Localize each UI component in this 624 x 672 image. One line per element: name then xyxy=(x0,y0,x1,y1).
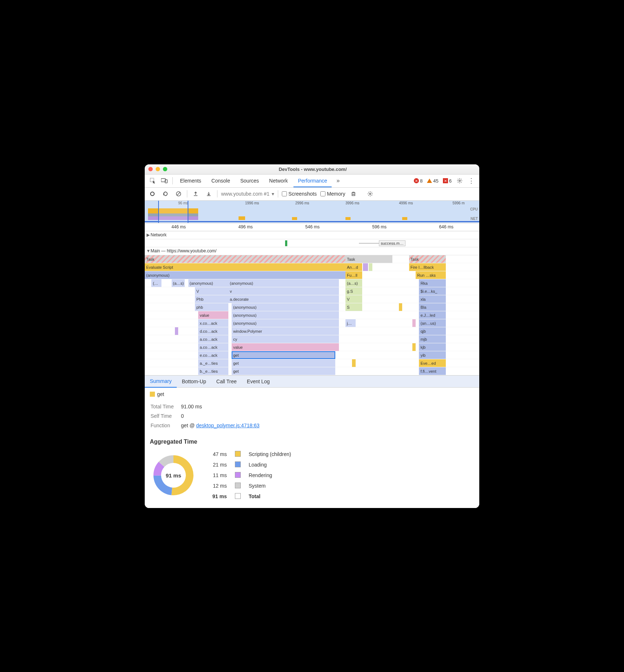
clear-button[interactable] xyxy=(174,189,183,199)
memory-checkbox[interactable]: Memory xyxy=(320,191,345,197)
flame-entry[interactable] xyxy=(352,359,355,367)
device-toggle-icon[interactable] xyxy=(159,176,169,186)
flame-entry[interactable]: Task xyxy=(409,255,446,263)
flame-entry[interactable]: get xyxy=(232,359,335,367)
flame-entry[interactable]: a.co…ack xyxy=(198,335,228,343)
overview-selection[interactable] xyxy=(158,201,188,223)
flame-entry[interactable]: Task xyxy=(345,255,392,263)
flame-entry[interactable]: $i.e…ks_ xyxy=(419,287,446,295)
flame-entry[interactable]: Fire I…llback xyxy=(409,263,446,271)
inspect-icon[interactable] xyxy=(148,176,158,186)
flame-entry[interactable]: xla xyxy=(419,295,446,303)
collapse-arrow-icon[interactable]: ▼ xyxy=(146,248,150,253)
kebab-menu-icon[interactable]: ⋮ xyxy=(466,176,476,186)
tab-network[interactable]: Network xyxy=(265,175,292,187)
flame-entry[interactable]: (anonymous) xyxy=(228,279,339,287)
flame-entry[interactable]: Evaluate Script xyxy=(145,263,345,271)
flame-entry[interactable]: Task xyxy=(145,255,345,263)
flame-chart[interactable]: TaskTaskTaskEvaluate ScriptAn…dFire I…ll… xyxy=(145,255,479,375)
more-tabs-icon[interactable]: » xyxy=(333,176,343,186)
timeline-overview[interactable]: 96 ms1996 ms2996 ms3996 ms4996 ms5996 m … xyxy=(145,201,479,223)
flame-entry[interactable]: b._e…ties xyxy=(198,367,228,375)
flame-entry[interactable] xyxy=(175,327,178,335)
flame-entry[interactable]: (anonymous) xyxy=(145,271,345,279)
flame-entry[interactable] xyxy=(399,303,402,311)
garbage-collect-icon[interactable] xyxy=(349,189,358,199)
flame-entry[interactable]: window.Polymer xyxy=(232,327,339,335)
flame-entry[interactable]: S xyxy=(345,303,362,311)
details-tab-bottom-up[interactable]: Bottom-Up xyxy=(177,376,211,387)
flame-entry[interactable]: (anonymous) xyxy=(232,311,339,319)
details-tab-call-tree[interactable]: Call Tree xyxy=(211,376,242,387)
close-icon[interactable] xyxy=(148,167,153,171)
error-badge[interactable]: ✕8 xyxy=(412,178,424,184)
flame-entry[interactable]: e.J…led xyxy=(419,311,446,319)
flame-entry[interactable]: value xyxy=(198,311,228,319)
flame-entry[interactable]: (a…s) xyxy=(172,279,185,287)
flame-entry[interactable]: v xyxy=(228,287,339,295)
flame-entry[interactable]: (a…s) xyxy=(345,279,362,287)
source-link[interactable]: desktop_polymer.js:4718:63 xyxy=(196,423,259,428)
flame-entry[interactable]: Bla xyxy=(419,303,446,311)
flame-entry[interactable]: get xyxy=(232,351,335,359)
flame-entry[interactable]: x.co…ack xyxy=(198,319,228,327)
flame-entry[interactable]: phb xyxy=(195,303,228,311)
flame-entry[interactable]: get xyxy=(232,367,335,375)
flame-entry[interactable]: (anonymous) xyxy=(188,279,228,287)
flame-entry[interactable] xyxy=(363,263,368,271)
zoom-icon[interactable] xyxy=(163,167,167,171)
reload-record-button[interactable] xyxy=(161,189,170,199)
upload-icon[interactable] xyxy=(191,189,200,199)
flame-entry[interactable]: e.co…ack xyxy=(198,351,228,359)
flame-entry[interactable]: a._e…ties xyxy=(198,359,228,367)
network-track-header[interactable]: ▶ Network xyxy=(145,231,479,239)
network-lane[interactable]: success.m… xyxy=(145,239,479,247)
screenshots-checkbox[interactable]: Screenshots xyxy=(282,191,317,197)
flame-entry[interactable]: qjb xyxy=(419,327,446,335)
flame-entry[interactable]: f.fi…vent xyxy=(419,367,446,375)
warning-badge[interactable]: 45 xyxy=(425,178,440,184)
minimize-icon[interactable] xyxy=(156,167,160,171)
flame-entry[interactable]: g.S xyxy=(345,287,362,295)
flame-entry[interactable]: Run …sks xyxy=(416,271,446,279)
flame-entry[interactable]: d.co…ack xyxy=(198,327,228,335)
flame-entry[interactable]: cy xyxy=(232,335,339,343)
details-tab-event-log[interactable]: Event Log xyxy=(242,376,275,387)
flame-entry[interactable]: Fu…ll xyxy=(345,271,362,279)
network-entry[interactable]: success.m… xyxy=(379,240,405,246)
main-track-header[interactable]: ▼ Main — https://www.youtube.com/ xyxy=(145,247,479,255)
settings-icon[interactable] xyxy=(455,176,465,186)
capture-settings-icon[interactable] xyxy=(365,189,375,199)
flame-entry[interactable]: j… xyxy=(345,319,356,327)
flame-entry[interactable]: yib xyxy=(419,351,446,359)
flame-entry[interactable] xyxy=(412,343,416,351)
flame-entry[interactable]: mjb xyxy=(419,335,446,343)
flame-entry[interactable]: Phb xyxy=(195,295,228,303)
tab-elements[interactable]: Elements xyxy=(176,175,205,187)
flame-entry[interactable]: Rka xyxy=(419,279,446,287)
record-button[interactable] xyxy=(148,189,157,199)
issue-badge[interactable]: ✕6 xyxy=(441,178,453,184)
flame-entry[interactable]: kjb xyxy=(419,343,446,351)
flame-entry[interactable]: a.co…ack xyxy=(198,343,228,351)
tab-performance[interactable]: Performance xyxy=(293,175,331,187)
flame-entry[interactable]: Eve…ed xyxy=(419,359,446,367)
flame-entry[interactable]: (… xyxy=(151,279,161,287)
expand-arrow-icon[interactable]: ▶ xyxy=(146,232,150,237)
flame-entry[interactable]: V xyxy=(195,287,228,295)
flame-entry[interactable]: value xyxy=(232,343,339,351)
flame-ruler[interactable]: 446 ms496 ms546 ms596 ms646 ms xyxy=(145,223,479,231)
flame-entry[interactable] xyxy=(369,263,372,271)
flame-entry[interactable] xyxy=(412,319,416,327)
flame-entry[interactable]: (anonymous) xyxy=(232,319,339,327)
tab-sources[interactable]: Sources xyxy=(236,175,263,187)
details-tab-summary[interactable]: Summary xyxy=(145,376,177,388)
recording-select[interactable]: www.youtube.com #1▾ xyxy=(221,191,274,197)
flame-entry[interactable]: a.decorate xyxy=(228,295,339,303)
tab-console[interactable]: Console xyxy=(207,175,234,187)
flame-entry[interactable]: (an…us) xyxy=(419,319,446,327)
network-request-blip[interactable] xyxy=(285,240,287,246)
download-icon[interactable] xyxy=(204,189,213,199)
flame-entry[interactable]: (anonymous) xyxy=(232,303,339,311)
flame-entry[interactable]: V xyxy=(345,295,362,303)
